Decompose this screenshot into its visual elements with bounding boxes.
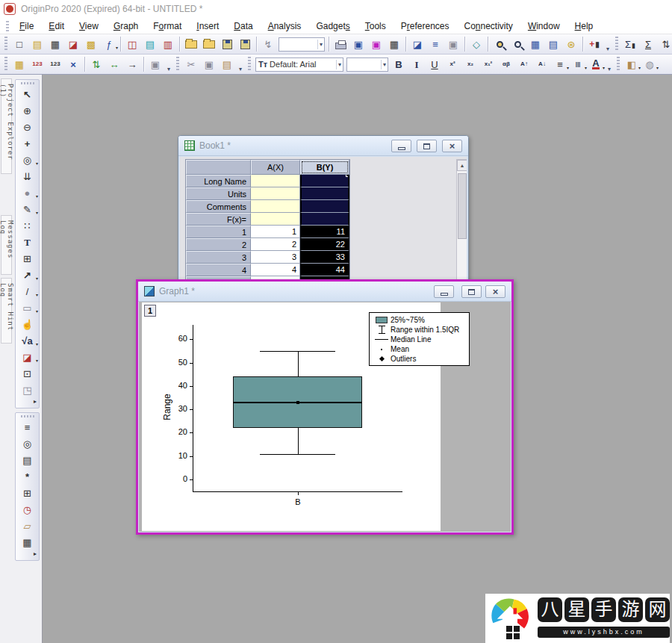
column-header-a[interactable]: A(X)	[251, 160, 300, 175]
toolbar-handle[interactable]	[176, 57, 179, 72]
move-columns-button[interactable]: →	[124, 57, 140, 72]
cell-a[interactable]	[251, 187, 300, 200]
new-layout-button[interactable]: ◫	[124, 37, 140, 52]
mask-range-button[interactable]: ●▾	[17, 184, 37, 201]
toolbar-overflow[interactable]: ▾	[236, 57, 245, 72]
zoom-in-button[interactable]: ⊕	[17, 102, 37, 119]
flowchart-button[interactable]: ◇	[468, 37, 485, 52]
menu-graph[interactable]: Graph	[106, 19, 146, 34]
menubar-handle[interactable]	[6, 21, 9, 31]
font-color-button[interactable]: A▾	[588, 57, 604, 72]
book1-maximize-button[interactable]	[417, 140, 437, 152]
result-sheet-button[interactable]: ▤	[545, 37, 561, 52]
print-button[interactable]	[332, 37, 349, 52]
add-new-columns-button[interactable]: +	[586, 37, 603, 52]
project-explorer-button[interactable]	[491, 37, 508, 52]
vertical-text-button[interactable]: |||▾	[570, 57, 586, 72]
row-header[interactable]: 1	[186, 226, 251, 238]
theme-combo[interactable]: ▾	[279, 37, 325, 52]
open-template-button[interactable]	[201, 37, 217, 52]
superscript-button[interactable]: x²	[444, 57, 461, 72]
subscript-button[interactable]: x₂	[462, 57, 479, 72]
toolbar-overflow[interactable]: ▾	[164, 57, 173, 72]
pattern-color-button[interactable]: ◍▾	[641, 57, 658, 72]
draw-data-button[interactable]: ✎▾	[17, 201, 37, 217]
menu-file[interactable]: File	[12, 19, 41, 34]
menu-help[interactable]: Help	[567, 19, 601, 34]
cell-a[interactable]: 1	[251, 226, 300, 238]
font-combo[interactable]: TтDefault: Arial▾	[255, 58, 343, 72]
cut-button[interactable]: ✂	[183, 57, 199, 72]
insert-columns-button[interactable]: ↔	[106, 57, 122, 72]
set-values-wizard-button[interactable]: ▦	[11, 57, 28, 72]
toolbar-handle[interactable]	[617, 57, 620, 72]
graph1-close-button[interactable]: ×	[485, 285, 505, 298]
new-graph-page-button[interactable]: ▥	[160, 37, 176, 52]
toolbar-expand[interactable]: ▸	[16, 398, 39, 408]
cell-b[interactable]: 22	[300, 238, 349, 251]
rectangle-tool-button[interactable]: ▭▾	[17, 299, 37, 316]
set-row-numbers-button[interactable]: 123	[29, 57, 46, 72]
graph1-maximize-button[interactable]	[461, 285, 482, 298]
graph1-window[interactable]: Graph1 * × 1 0102030405060BRange25%~75%R…	[136, 279, 514, 535]
dropdown-arrow-icon[interactable]: ▾	[116, 45, 118, 50]
save-project-button[interactable]	[219, 37, 235, 52]
object-manager-button[interactable]: ▦	[527, 37, 544, 52]
new-graph-button[interactable]: ◪	[65, 37, 81, 52]
menu-tools[interactable]: Tools	[358, 19, 393, 34]
dropdown-arrow-icon[interactable]: ▾	[36, 276, 38, 281]
greek-symbols-button[interactable]: αβ	[498, 57, 514, 72]
column-header-b[interactable]: B(Y)	[300, 160, 349, 175]
data-reader-button[interactable]: +	[17, 135, 37, 152]
insert-graph-button[interactable]: ◪▾	[17, 349, 37, 365]
dropdown-arrow-icon[interactable]: ▾	[381, 60, 388, 69]
sidebar-tab-messages-log[interactable]: Messages Log	[1, 215, 12, 275]
app-center-button[interactable]: ⊛	[563, 37, 579, 52]
sidebar-tab-project-explorer[interactable]: Project Explorer (1)	[1, 78, 12, 174]
increase-font-button[interactable]: A↑	[516, 57, 532, 72]
slide-show-button[interactable]: ▣	[350, 37, 367, 52]
menu-window[interactable]: Window	[520, 19, 567, 34]
font-size-combo[interactable]: ▾	[346, 58, 388, 72]
menu-analysis[interactable]: Analysis	[261, 19, 309, 34]
new-matrix-button[interactable]: ▩	[83, 37, 99, 52]
duplicate-sheet-button[interactable]: ▣	[147, 57, 164, 72]
toolbar-handle[interactable]	[615, 37, 618, 52]
cell-a[interactable]: 3	[251, 251, 300, 264]
dropdown-arrow-icon[interactable]: ▾	[317, 40, 324, 49]
new-project-button[interactable]: □	[11, 37, 28, 52]
dropdown-arrow-icon[interactable]: ▾	[638, 65, 641, 70]
italic-button[interactable]: I	[408, 57, 425, 72]
open-button[interactable]	[183, 37, 199, 52]
video-builder-button[interactable]: ▣	[368, 37, 385, 52]
row-header[interactable]: Units	[186, 187, 251, 200]
toolbar-handle[interactable]	[248, 57, 251, 72]
new-workbook-button[interactable]: ▦	[47, 37, 63, 52]
book1-titlebar[interactable]: Book1 * ×	[178, 136, 468, 156]
row-header[interactable]: Long Name	[186, 175, 251, 187]
book1-window[interactable]: Book1 * × A(X)B(Y)Long NameUnitsComments…	[178, 135, 469, 296]
bold-button[interactable]: B	[391, 57, 407, 72]
cell-b[interactable]	[300, 213, 349, 226]
dropdown-arrow-icon[interactable]: ▾	[36, 341, 38, 347]
paste-button[interactable]: ▤	[219, 57, 235, 72]
add-inset-button[interactable]: ◎	[17, 435, 37, 452]
toolbar-overflow[interactable]: ▾	[605, 57, 614, 72]
worksheet-cells-button[interactable]: ▦	[17, 534, 37, 550]
annotation-button[interactable]: ⊞	[17, 250, 37, 267]
save-template-button[interactable]	[237, 37, 253, 52]
vertical-scrollbar[interactable]: ▲	[456, 159, 467, 295]
cell-a[interactable]	[251, 200, 300, 213]
legend[interactable]: 25%~75%Range within 1.5IQRMedian LineMea…	[369, 312, 470, 366]
cell-a[interactable]: 2	[251, 238, 300, 251]
cell-b[interactable]	[300, 200, 349, 213]
data-selector-button[interactable]: ⇊	[17, 168, 37, 184]
menu-connectivity[interactable]: Connectivity	[456, 19, 520, 34]
dropdown-arrow-icon[interactable]: ▾	[567, 65, 569, 70]
row-header[interactable]: 4	[186, 264, 251, 276]
free-points-button[interactable]: ∷	[17, 217, 37, 234]
book1-minimize-button[interactable]	[391, 140, 411, 152]
arrow-tool-button[interactable]: ↗▾	[17, 267, 37, 283]
alignment-button[interactable]: ≡▾	[552, 57, 568, 72]
sidebar-tab-smart-hint-log[interactable]: Smart Hint Log	[1, 278, 12, 344]
